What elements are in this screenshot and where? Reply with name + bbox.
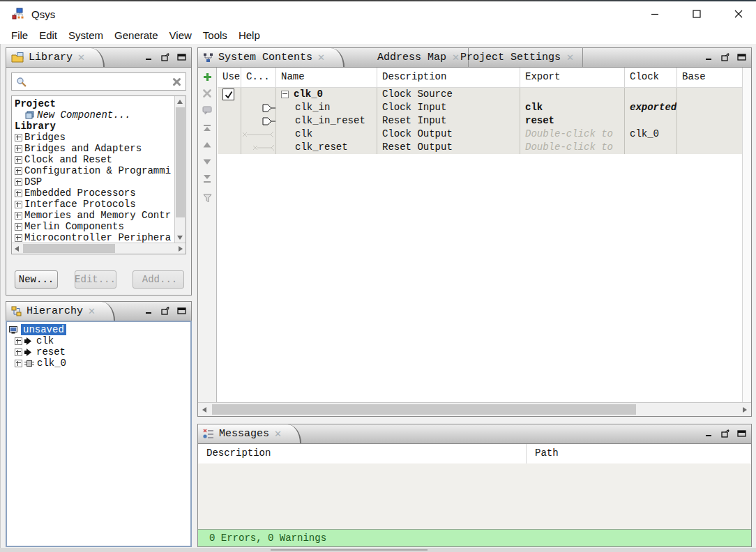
library-maximize-button[interactable] (176, 52, 186, 62)
table-row-clk[interactable]: clk Clock Output Double-click to clk_0 (218, 128, 743, 141)
expand-icon[interactable] (15, 337, 22, 345)
hierarchy-maximize-button[interactable] (176, 306, 186, 316)
tab-project-settings[interactable]: Project Settings ✕ (444, 48, 583, 67)
tree-item-project[interactable]: Project (15, 98, 174, 109)
menu-tools[interactable]: Tools (197, 29, 233, 41)
expand-icon[interactable] (15, 156, 22, 164)
scroll-left-icon[interactable] (15, 246, 19, 252)
contents-float-button[interactable] (720, 52, 730, 62)
tab-messages[interactable]: Messages ✕ (198, 424, 301, 443)
col-msg-description[interactable]: Description (198, 444, 527, 463)
project-settings-tab-close-icon[interactable]: ✕ (566, 53, 574, 62)
tree-item-bridges-adapters[interactable]: Bridges and Adapters (15, 143, 174, 154)
filter-button[interactable] (202, 193, 213, 203)
messages-tab-close-icon[interactable]: ✕ (274, 429, 282, 438)
col-connections[interactable]: C... (241, 68, 276, 87)
move-down-button[interactable] (202, 157, 213, 167)
tab-hierarchy[interactable]: Hierarchy ✕ (6, 302, 115, 321)
collapse-icon[interactable] (281, 91, 289, 98)
tab-library[interactable]: Library ✕ (6, 48, 105, 67)
menu-view[interactable]: View (164, 29, 197, 41)
scrollbar-thumb[interactable] (212, 404, 636, 415)
tree-item-library[interactable]: Library (15, 121, 174, 132)
expand-icon[interactable] (15, 212, 22, 220)
expand-icon[interactable] (15, 167, 22, 175)
scroll-left-icon[interactable] (202, 407, 206, 413)
library-minimize-button[interactable] (144, 52, 154, 62)
hierarchy-item-reset[interactable]: reset (9, 346, 190, 358)
scroll-right-icon[interactable] (743, 407, 747, 413)
scroll-up-icon[interactable] (177, 100, 183, 104)
move-up-button[interactable] (202, 140, 213, 150)
hierarchy-minimize-button[interactable] (144, 306, 154, 316)
hierarchy-float-button[interactable] (160, 306, 170, 316)
hierarchy-item-clk0[interactable]: clk_0 (9, 358, 190, 369)
messages-minimize-button[interactable] (704, 429, 714, 438)
library-horizontal-scrollbar[interactable] (12, 243, 186, 254)
col-name[interactable]: Name (276, 68, 377, 87)
use-checkbox[interactable] (222, 89, 234, 100)
tree-item-memories[interactable]: Memories and Memory Contr (15, 210, 174, 221)
export-connector-icon[interactable] (245, 117, 275, 125)
library-tab-close-icon[interactable]: ✕ (77, 53, 85, 62)
expand-icon[interactable] (15, 223, 22, 231)
contents-maximize-button[interactable] (736, 52, 746, 62)
hierarchy-tab-close-icon[interactable]: ✕ (88, 307, 96, 316)
tree-item-interface[interactable]: Interface Protocols (15, 199, 174, 210)
hierarchy-item-unsaved[interactable]: unsaved (9, 324, 190, 335)
add-button[interactable]: Add... (133, 270, 184, 289)
table-row-clk-reset[interactable]: clk_reset Reset Output Double-click to (218, 141, 743, 154)
wire-connector-icon[interactable] (241, 130, 275, 139)
scrollbar-thumb[interactable] (23, 244, 115, 253)
menu-file[interactable]: File (6, 29, 33, 41)
expand-icon[interactable] (15, 201, 22, 208)
tree-item-new-component[interactable]: New Component... (15, 109, 174, 121)
expand-icon[interactable] (15, 234, 22, 242)
messages-maximize-button[interactable] (736, 429, 746, 438)
library-float-button[interactable] (160, 52, 170, 62)
scrollbar-thumb[interactable] (176, 107, 185, 217)
contents-vertical-scrollbar[interactable] (742, 68, 751, 403)
close-button[interactable] (727, 4, 750, 24)
table-row-clk-in-reset[interactable]: clk_in_reset Reset Input reset (218, 114, 743, 128)
maximize-button[interactable] (685, 4, 709, 24)
col-base[interactable]: Base (677, 68, 743, 87)
edit-button[interactable]: Edit... (75, 270, 116, 289)
table-row-clk0[interactable]: clk_0 Clock Source (218, 88, 743, 101)
clear-search-icon[interactable] (172, 77, 181, 86)
library-search-input[interactable] (29, 75, 169, 88)
library-vertical-scrollbar[interactable] (174, 96, 186, 243)
col-msg-path[interactable]: Path (527, 444, 751, 463)
tree-item-embedded[interactable]: Embedded Processors (15, 187, 174, 199)
scroll-right-icon[interactable] (179, 246, 183, 252)
expand-icon[interactable] (15, 134, 22, 141)
export-connector-icon[interactable] (245, 104, 275, 112)
tree-item-merlin[interactable]: Merlin Components (15, 221, 174, 232)
col-description[interactable]: Description (377, 68, 520, 87)
tree-item-clock-reset[interactable]: Clock and Reset (15, 154, 174, 165)
menu-help[interactable]: Help (233, 29, 266, 41)
minimize-button[interactable] (643, 4, 667, 24)
tree-item-configuration[interactable]: Configuration & Programmi (15, 165, 174, 176)
contents-minimize-button[interactable] (704, 52, 714, 62)
menu-system[interactable]: System (63, 29, 109, 41)
hierarchy-item-clk[interactable]: clk (9, 335, 190, 346)
col-clock[interactable]: Clock (625, 68, 677, 87)
expand-icon[interactable] (15, 190, 22, 197)
remove-component-button[interactable] (202, 89, 213, 98)
tree-item-microcontroller[interactable]: Microcontroller Periphera (15, 232, 174, 243)
system-contents-tab-close-icon[interactable]: ✕ (317, 53, 325, 62)
menu-generate[interactable]: Generate (109, 29, 164, 41)
new-button[interactable]: New... (15, 270, 58, 289)
tab-system-contents[interactable]: System Contents ✕ (198, 48, 345, 67)
expand-icon[interactable] (15, 145, 22, 153)
expand-icon[interactable] (15, 178, 22, 186)
messages-float-button[interactable] (720, 429, 730, 438)
expand-icon[interactable] (15, 348, 22, 356)
contents-horizontal-scrollbar[interactable] (198, 402, 751, 416)
tree-item-bridges[interactable]: Bridges (15, 132, 174, 143)
expand-icon[interactable] (15, 360, 22, 367)
table-row-clk-in[interactable]: clk_in Clock Input clk exported (218, 101, 743, 114)
edit-comment-button[interactable] (202, 105, 213, 115)
col-use[interactable]: Use (218, 68, 241, 87)
